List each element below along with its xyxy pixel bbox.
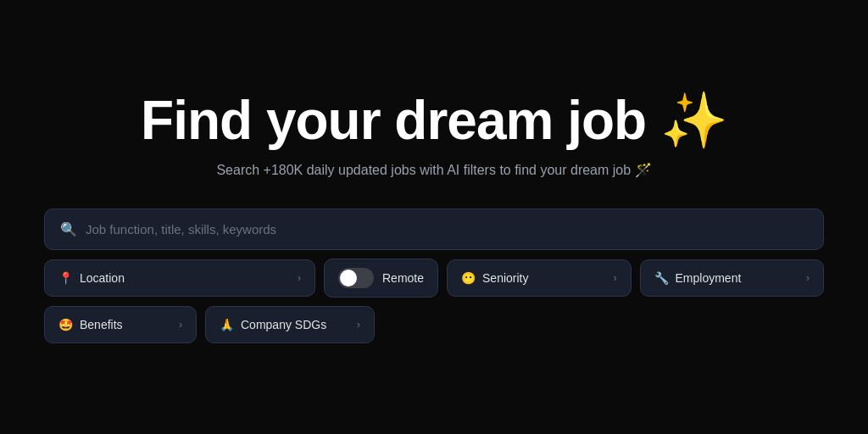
benefits-filter-button[interactable]: 🤩 Benefits › (44, 306, 197, 343)
location-filter-button[interactable]: 📍 Location › (44, 259, 315, 297)
employment-label: Employment (676, 271, 742, 285)
search-bar[interactable]: 🔍 (44, 209, 824, 250)
location-icon: 📍 (58, 271, 73, 285)
benefits-chevron-icon: › (179, 319, 182, 331)
seniority-filter-label: 😶 Seniority (461, 271, 528, 285)
search-input[interactable] (86, 222, 808, 236)
employment-icon: 🔧 (654, 271, 669, 285)
location-label: Location (80, 271, 125, 285)
toggle-knob (340, 270, 357, 287)
benefits-label: Benefits (80, 318, 123, 331)
seniority-chevron-icon: › (614, 272, 617, 284)
company-sdgs-icon: 🙏 (220, 318, 234, 331)
seniority-filter-button[interactable]: 😶 Seniority › (447, 259, 631, 297)
employment-filter-label: 🔧 Employment (654, 271, 742, 285)
employment-filter-button[interactable]: 🔧 Employment › (640, 259, 824, 297)
location-filter-label: 📍 Location (58, 271, 125, 285)
remote-label: Remote (382, 271, 424, 285)
company-sdgs-label: Company SDGs (241, 318, 326, 331)
filters-row-2: 🤩 Benefits › 🙏 Company SDGs › (44, 306, 824, 343)
hero-section: Find your dream job ✨ Search +180K daily… (141, 91, 727, 178)
seniority-label: Seniority (482, 271, 528, 285)
remote-toggle[interactable]: Remote (324, 259, 438, 298)
benefits-icon: 🤩 (58, 318, 73, 331)
filters-row-1: 📍 Location › Remote 😶 Seniority › 🔧 Empl… (44, 259, 824, 298)
benefits-filter-label: 🤩 Benefits (58, 318, 123, 331)
remote-toggle-switch[interactable] (338, 268, 374, 288)
company-sdgs-filter-label: 🙏 Company SDGs (220, 318, 326, 331)
hero-subtitle: Search +180K daily updated jobs with AI … (141, 162, 727, 178)
location-chevron-icon: › (298, 272, 301, 284)
hero-title: Find your dream job ✨ (141, 91, 727, 150)
seniority-icon: 😶 (461, 271, 476, 285)
company-sdgs-chevron-icon: › (357, 319, 360, 331)
search-icon: 🔍 (60, 221, 77, 237)
employment-chevron-icon: › (806, 272, 810, 284)
search-section: 🔍 📍 Location › Remote 😶 Seniority › (44, 209, 824, 343)
company-sdgs-filter-button[interactable]: 🙏 Company SDGs › (205, 306, 375, 343)
